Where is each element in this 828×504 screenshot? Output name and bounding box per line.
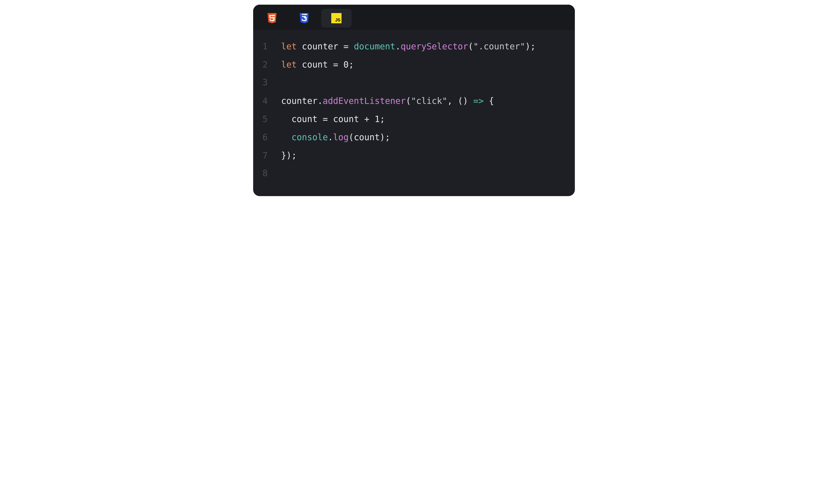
- js-icon: JS: [331, 13, 341, 23]
- code-text: count = count + 1;: [281, 113, 385, 125]
- code-line-6: 6 console.log(count);: [262, 132, 566, 150]
- code-text: let count = 0;: [281, 59, 354, 70]
- line-number: 6: [262, 132, 281, 142]
- code-line-7: 7 });: [262, 150, 566, 168]
- tab-css[interactable]: [289, 9, 319, 28]
- code-line-8: 8: [262, 168, 566, 186]
- code-text: });: [281, 150, 297, 161]
- code-text: console.log(count);: [281, 132, 390, 143]
- html5-icon: [267, 13, 277, 23]
- code-editor: JS 1 let counter = document.querySelecto…: [253, 5, 575, 196]
- js-icon-label: JS: [335, 17, 340, 22]
- code-text: counter.addEventListener("click", () => …: [281, 95, 494, 107]
- code-text: let counter = document.querySelector(".c…: [281, 41, 536, 52]
- code-line-1: 1 let counter = document.querySelector("…: [262, 41, 566, 59]
- code-line-5: 5 count = count + 1;: [262, 113, 566, 132]
- code-area[interactable]: 1 let counter = document.querySelector("…: [253, 30, 575, 196]
- line-number: 1: [262, 41, 281, 51]
- line-number: 2: [262, 60, 281, 70]
- line-number: 4: [262, 96, 281, 106]
- css3-icon: [299, 13, 309, 23]
- tab-html[interactable]: [257, 9, 287, 28]
- code-line-3: 3: [262, 77, 566, 95]
- line-number: 8: [262, 168, 281, 178]
- code-line-2: 2 let count = 0;: [262, 59, 566, 77]
- line-number: 5: [262, 114, 281, 124]
- tab-js[interactable]: JS: [321, 9, 351, 28]
- tab-bar: JS: [253, 5, 575, 30]
- line-number: 3: [262, 77, 281, 87]
- code-line-4: 4 counter.addEventListener("click", () =…: [262, 95, 566, 113]
- line-number: 7: [262, 150, 281, 161]
